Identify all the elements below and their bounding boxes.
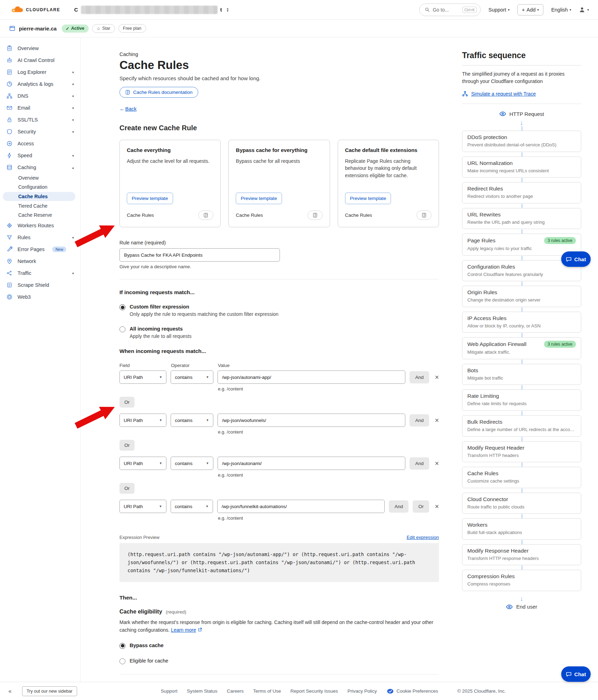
sidebar-item[interactable]: Overview bbox=[0, 42, 80, 54]
sidebar-item[interactable]: Workers Routes bbox=[0, 220, 80, 231]
traffic-step-card[interactable]: DDoS protection Prevent distributed deni… bbox=[462, 131, 581, 152]
traffic-step-card[interactable]: URL Normalization Make incoming request … bbox=[462, 157, 581, 178]
preview-template-button[interactable]: Preview template bbox=[127, 193, 173, 204]
template-card[interactable]: Cache everything Adjust the cache level … bbox=[119, 140, 221, 227]
traffic-step-card[interactable]: Compression Rules Compress responses bbox=[462, 570, 581, 591]
star-button[interactable]: ☆Star bbox=[92, 24, 115, 33]
traffic-step-card[interactable]: Workers Build full-stack applications bbox=[462, 518, 581, 540]
edit-expression-link[interactable]: Edit expression bbox=[407, 535, 439, 540]
radio-option[interactable]: Bypass cache bbox=[119, 643, 439, 649]
user-menu[interactable]: ▾ bbox=[579, 6, 589, 13]
remove-condition-icon[interactable]: × bbox=[435, 503, 439, 510]
docs-button[interactable]: Cache Rules documentation bbox=[119, 87, 198, 98]
account-switcher[interactable]: C t ▴▾ bbox=[74, 6, 228, 14]
template-docs-pill[interactable] bbox=[198, 210, 213, 220]
sidebar-item[interactable]: Overview bbox=[0, 173, 80, 182]
operator-select[interactable]: contains▼ bbox=[171, 457, 213, 470]
sidebar-item[interactable]: AI Crawl Control bbox=[0, 54, 80, 66]
sidebar-item[interactable]: Cache Rules bbox=[3, 192, 75, 201]
collapse-sidebar-button[interactable]: « bbox=[8, 688, 12, 694]
template-card[interactable]: Bypass cache for everything Bypass cache… bbox=[228, 140, 330, 227]
footer-link[interactable]: Privacy Policy bbox=[348, 688, 377, 694]
radio-icon[interactable] bbox=[119, 658, 125, 664]
operator-select[interactable]: contains▼ bbox=[171, 414, 213, 427]
field-select[interactable]: URI Path▼ bbox=[119, 457, 166, 470]
or-connector-button[interactable]: Or bbox=[119, 440, 135, 451]
field-select[interactable]: URI Path▼ bbox=[119, 414, 166, 427]
and-button[interactable]: And bbox=[410, 457, 429, 470]
radio-icon[interactable] bbox=[119, 326, 125, 332]
remove-condition-icon[interactable]: × bbox=[435, 460, 439, 467]
traffic-step-card[interactable]: Modify Response Header Transform HTTP re… bbox=[462, 544, 581, 566]
and-button[interactable]: And bbox=[410, 371, 429, 383]
traffic-step-card[interactable]: URL Rewrites Rewrite the URL path and qu… bbox=[462, 208, 581, 229]
sidebar-item[interactable]: Rules bbox=[0, 231, 80, 243]
chat-button[interactable]: Chat bbox=[561, 251, 591, 267]
sidebar-item[interactable]: Configuration bbox=[0, 182, 80, 192]
or-button[interactable]: Or bbox=[413, 500, 429, 513]
chat-button[interactable]: Chat bbox=[561, 666, 591, 682]
and-button[interactable]: And bbox=[389, 500, 408, 513]
rule-name-input[interactable] bbox=[119, 248, 280, 262]
radio-icon[interactable] bbox=[119, 304, 125, 310]
sidebar-item[interactable]: DNS bbox=[0, 90, 80, 102]
language-menu[interactable]: English▾ bbox=[551, 7, 571, 13]
back-link[interactable]: ←Back bbox=[119, 106, 137, 112]
cloudflare-logo[interactable]: CLOUDFLARE bbox=[9, 6, 60, 14]
traffic-step-card[interactable]: Cloud Connector Route traffic to public … bbox=[462, 493, 581, 514]
sidebar-item[interactable]: Access bbox=[0, 138, 80, 150]
field-select[interactable]: URI Path▼ bbox=[119, 500, 166, 513]
field-select[interactable]: URI Path▼ bbox=[119, 370, 166, 384]
footer-link[interactable]: Terms of Use bbox=[253, 688, 281, 694]
traffic-step-card[interactable]: Redirect Rules Redirect visitors to anot… bbox=[462, 182, 581, 203]
search-input[interactable]: Go to... Ctrl+K bbox=[419, 4, 481, 16]
template-docs-pill[interactable] bbox=[417, 210, 432, 220]
sidebar-item[interactable]: Analytics & logs bbox=[0, 78, 80, 90]
sidebar-item[interactable]: SSL/TLS bbox=[0, 114, 80, 126]
sidebar-item[interactable]: Email bbox=[0, 102, 80, 114]
remove-condition-icon[interactable]: × bbox=[435, 374, 439, 381]
template-card[interactable]: Cache default file extensions Replicate … bbox=[338, 140, 439, 227]
or-connector-button[interactable]: Or bbox=[119, 483, 135, 494]
value-input[interactable] bbox=[217, 500, 385, 513]
learn-more-link[interactable]: Learn more bbox=[171, 627, 196, 633]
sidebar-item[interactable]: Network bbox=[0, 255, 80, 267]
sidebar-item[interactable]: Speed bbox=[0, 150, 80, 161]
radio-option[interactable]: Custom filter expression Only apply the … bbox=[119, 304, 439, 317]
remove-condition-icon[interactable]: × bbox=[435, 417, 439, 424]
preview-template-button[interactable]: Preview template bbox=[345, 193, 391, 204]
traffic-step-card[interactable]: Bots Mitigate bot traffic bbox=[462, 364, 581, 385]
value-input[interactable] bbox=[218, 414, 406, 427]
template-docs-pill[interactable] bbox=[308, 210, 323, 220]
traffic-step-card[interactable]: Modify Request Header Transform HTTP hea… bbox=[462, 441, 581, 463]
value-input[interactable] bbox=[218, 370, 406, 384]
value-input[interactable] bbox=[218, 457, 406, 470]
and-button[interactable]: And bbox=[410, 414, 429, 427]
radio-option[interactable]: All incoming requests Apply the rule to … bbox=[119, 326, 439, 339]
footer-link[interactable]: Support bbox=[161, 688, 177, 694]
add-button[interactable]: +Add▾ bbox=[517, 4, 544, 15]
traffic-step-card[interactable]: Bulk Redirects Define a large number of … bbox=[462, 415, 581, 437]
traffic-step-card[interactable]: Page Rules 3 rules active Apply legacy r… bbox=[462, 234, 581, 256]
sidebar-item[interactable]: Scrape Shield bbox=[0, 279, 80, 291]
site-domain[interactable]: pierre-marie.ca bbox=[19, 26, 57, 32]
operator-select[interactable]: contains▼ bbox=[171, 500, 213, 513]
sidebar-item[interactable]: Error Pages New bbox=[0, 243, 80, 255]
sidebar-item[interactable]: Log Explorer bbox=[0, 66, 80, 78]
radio-icon[interactable] bbox=[119, 643, 125, 649]
support-menu[interactable]: Support▾ bbox=[488, 7, 509, 13]
sidebar-item[interactable]: Security bbox=[0, 126, 80, 138]
sidebar-item[interactable]: Cache Reserve bbox=[0, 210, 80, 220]
radio-option[interactable]: Eligible for cache bbox=[119, 658, 439, 664]
footer-link[interactable]: System Status bbox=[187, 688, 217, 694]
traffic-step-card[interactable]: Cache Rules Customize cache settings bbox=[462, 467, 581, 488]
or-connector-button[interactable]: Or bbox=[119, 397, 135, 408]
traffic-step-card[interactable]: Web Application Firewall 3 rules active … bbox=[462, 337, 581, 359]
preview-template-button[interactable]: Preview template bbox=[236, 193, 282, 204]
cookie-preferences-link[interactable]: Cookie Preferences bbox=[386, 688, 438, 694]
footer-link[interactable]: Report Security Issues bbox=[290, 688, 338, 694]
trace-link[interactable]: Simulate a request with Trace bbox=[462, 91, 581, 97]
operator-select[interactable]: contains▼ bbox=[171, 370, 213, 384]
sidebar-item[interactable]: Traffic bbox=[0, 267, 80, 279]
traffic-step-card[interactable]: Origin Rules Change the destination orig… bbox=[462, 286, 581, 307]
